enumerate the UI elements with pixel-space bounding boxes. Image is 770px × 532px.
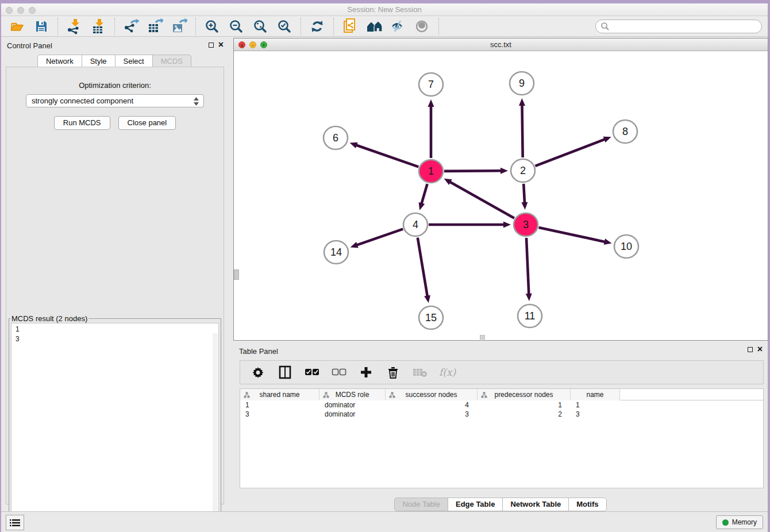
edge-4-15[interactable] bbox=[418, 238, 430, 303]
hide-selected-icon[interactable] bbox=[390, 18, 406, 34]
column-header-successor-nodes[interactable]: successor nodes bbox=[386, 389, 478, 400]
table-cell[interactable]: dominator bbox=[319, 400, 386, 410]
graph-node-3[interactable]: 3 bbox=[514, 213, 538, 236]
export-table-icon[interactable] bbox=[147, 18, 163, 34]
graph-node-8[interactable]: 8 bbox=[613, 120, 637, 143]
float-panel-icon[interactable] bbox=[209, 43, 214, 48]
table-cell[interactable]: 2 bbox=[478, 410, 571, 419]
table-cell[interactable]: 1 bbox=[478, 400, 571, 410]
node-table[interactable]: shared nameMCDS rolesuccessor nodesprede… bbox=[240, 388, 764, 488]
zoom-selected-icon[interactable] bbox=[276, 18, 292, 34]
graph-node-1[interactable]: 1 bbox=[419, 160, 443, 183]
network-canvas[interactable]: 7968124314101511 bbox=[234, 51, 768, 340]
mcds-result-text[interactable]: 1 3 bbox=[11, 323, 219, 527]
save-session-icon[interactable] bbox=[33, 18, 49, 34]
table-cell[interactable]: 1 bbox=[571, 400, 620, 410]
function-builder-icon[interactable]: f(x) bbox=[439, 367, 456, 378]
import-network-icon[interactable] bbox=[66, 18, 82, 34]
edge-4-3[interactable] bbox=[429, 222, 511, 228]
run-mcds-button[interactable]: Run MCDS bbox=[54, 116, 110, 130]
deselect-all-icon[interactable] bbox=[331, 364, 347, 380]
graph-node-11[interactable]: 11 bbox=[518, 304, 542, 327]
graph-node-6[interactable]: 6 bbox=[324, 126, 348, 149]
edge-4-14[interactable] bbox=[351, 229, 403, 248]
table-cell[interactable]: 1 bbox=[240, 400, 319, 410]
network-titlebar[interactable]: x - + scc.txt bbox=[234, 38, 768, 51]
select-all-icon[interactable] bbox=[304, 364, 320, 380]
tab-motifs[interactable]: Motifs bbox=[568, 498, 606, 511]
table-header-row: shared nameMCDS rolesuccessor nodesprede… bbox=[240, 389, 763, 400]
table-panel-title: Table Panel bbox=[239, 347, 278, 356]
network-view-window: x - + scc.txt 7968124314101511 bbox=[233, 38, 768, 341]
tab-node-table[interactable]: Node Table bbox=[394, 498, 448, 511]
network-graph[interactable]: 7968124314101511 bbox=[234, 51, 768, 340]
column-header-name[interactable]: name bbox=[571, 389, 620, 400]
table-cell[interactable]: dominator bbox=[319, 410, 386, 419]
graph-node-10[interactable]: 10 bbox=[614, 235, 638, 258]
result-scrollbar[interactable] bbox=[213, 333, 218, 532]
first-neighbors-icon[interactable] bbox=[366, 18, 382, 34]
graph-node-4[interactable]: 4 bbox=[403, 213, 428, 236]
gear-icon[interactable] bbox=[250, 364, 266, 380]
edge-1-7[interactable] bbox=[428, 99, 434, 158]
column-header-predecessor-nodes[interactable]: predecessor nodes bbox=[478, 389, 571, 400]
refresh-icon[interactable] bbox=[309, 18, 325, 34]
close-network-icon[interactable]: x bbox=[238, 41, 245, 48]
mcds-result-title: MCDS result (2 nodes) bbox=[10, 314, 88, 323]
close-table-panel-icon[interactable]: × bbox=[757, 346, 763, 352]
zoom-fit-icon[interactable] bbox=[252, 18, 268, 34]
task-history-button[interactable] bbox=[6, 515, 24, 530]
column-header-shared-name[interactable]: shared name bbox=[240, 389, 319, 400]
list-icon bbox=[10, 519, 20, 527]
tab-network-table[interactable]: Network Table bbox=[502, 498, 569, 511]
maximize-network-icon[interactable]: + bbox=[260, 41, 267, 48]
status-bar: Memory bbox=[1, 511, 768, 532]
edge-3-10[interactable] bbox=[538, 228, 611, 245]
export-network-icon[interactable] bbox=[123, 18, 139, 34]
zoom-out-icon[interactable] bbox=[228, 18, 244, 34]
tab-edge-table[interactable]: Edge Table bbox=[448, 498, 503, 511]
float-table-panel-icon[interactable] bbox=[748, 347, 753, 352]
delete-table-icon[interactable] bbox=[412, 364, 428, 380]
edge-1-2[interactable] bbox=[444, 168, 508, 174]
split-columns-icon[interactable] bbox=[277, 364, 293, 380]
table-cell[interactable]: 4 bbox=[386, 400, 478, 410]
table-panel: Table Panel × bbox=[233, 342, 768, 511]
network-from-selection-icon[interactable] bbox=[342, 18, 358, 34]
table-cell[interactable]: 3 bbox=[571, 410, 620, 419]
minimize-network-icon[interactable]: - bbox=[249, 41, 256, 48]
edge-1-4[interactable] bbox=[419, 184, 428, 210]
add-column-icon[interactable] bbox=[358, 364, 374, 380]
table-row[interactable]: 3dominator323 bbox=[240, 410, 763, 419]
edge-1-6[interactable] bbox=[350, 142, 419, 167]
vertical-scrollbar-thumb[interactable] bbox=[234, 269, 239, 280]
edge-2-9[interactable] bbox=[519, 98, 525, 157]
memory-button[interactable]: Memory bbox=[716, 515, 763, 529]
edge-2-3[interactable] bbox=[521, 184, 528, 210]
graph-node-7[interactable]: 7 bbox=[419, 73, 443, 96]
edge-3-1[interactable] bbox=[444, 179, 514, 218]
graph-node-15[interactable]: 15 bbox=[419, 306, 443, 329]
delete-icon[interactable] bbox=[385, 364, 401, 380]
edge-2-8[interactable] bbox=[535, 137, 611, 166]
search-input[interactable] bbox=[610, 21, 761, 32]
edge-3-11[interactable] bbox=[526, 238, 532, 301]
close-panel-button[interactable]: Close panel bbox=[118, 116, 176, 130]
graph-node-9[interactable]: 9 bbox=[510, 72, 534, 95]
import-table-icon[interactable] bbox=[90, 18, 106, 34]
table-cell[interactable]: 3 bbox=[386, 410, 478, 419]
table-row[interactable]: 1dominator411 bbox=[240, 400, 763, 410]
column-header-MCDS-role[interactable]: MCDS role bbox=[319, 389, 386, 400]
horizontal-scrollbar-thumb[interactable] bbox=[480, 335, 485, 340]
zoom-in-icon[interactable] bbox=[204, 18, 220, 34]
export-image-icon[interactable] bbox=[171, 18, 187, 34]
graph-node-2[interactable]: 2 bbox=[511, 159, 535, 182]
show-all-icon[interactable] bbox=[414, 18, 430, 34]
open-file-icon[interactable] bbox=[9, 18, 25, 34]
close-panel-icon[interactable]: × bbox=[218, 42, 224, 48]
table-cell[interactable]: 3 bbox=[240, 410, 319, 419]
criterion-dropdown[interactable]: strongly connected component bbox=[26, 94, 204, 107]
svg-text:10: 10 bbox=[621, 241, 632, 252]
search-box[interactable] bbox=[595, 20, 762, 33]
graph-node-14[interactable]: 14 bbox=[324, 241, 348, 264]
